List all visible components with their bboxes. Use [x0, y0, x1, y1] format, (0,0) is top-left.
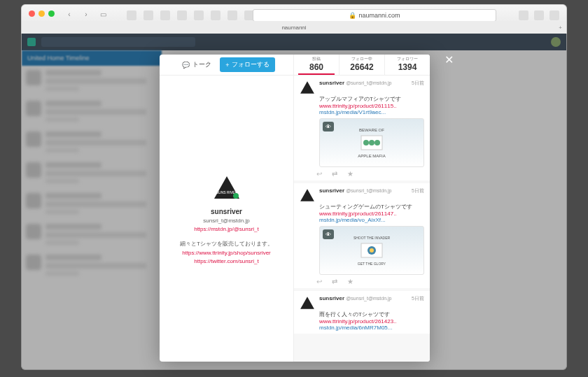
svg-marker-3: [300, 81, 314, 94]
profile-avatar: SUNS RIVER: [213, 173, 241, 201]
post-avatar[interactable]: [300, 80, 315, 95]
post-attachment[interactable]: 👁 SHOOT THE INVADER GET THE GLORY: [319, 226, 424, 275]
post-link-1[interactable]: www.ttrinity.jp/product/261147..: [319, 211, 397, 217]
post-link-2[interactable]: mstdn.jp/media/6nMR7M05...: [319, 325, 393, 331]
close-icon[interactable]: ✕: [444, 53, 454, 66]
stat-followers[interactable]: フォロワー 1394: [385, 55, 430, 75]
post-item: sunsriver @sunsri_t@mstdn.jp 5日前 シューティング…: [294, 183, 430, 288]
sensitive-icon[interactable]: 👁: [323, 229, 334, 239]
profile-twitter-link[interactable]: https://twitter.com/sunsri_t: [194, 258, 258, 264]
post-handle: @sunsri_t@mstdn.jp: [346, 296, 391, 301]
post-username[interactable]: sunsriver: [319, 80, 344, 86]
window-minimize[interactable]: [38, 10, 45, 17]
lock-icon: 🔒: [349, 12, 356, 19]
svg-marker-8: [300, 189, 314, 201]
post-item: sunsriver @sunsri_t@mstdn.jp 5日前 雨を行く人々の…: [294, 291, 430, 334]
stat-posts-count: 860: [294, 62, 339, 72]
profile-handle: sunsri_t@mstdn.jp: [203, 218, 249, 224]
svg-point-7: [374, 140, 380, 145]
favorite-icon[interactable]: ★: [347, 170, 354, 178]
stat-posts[interactable]: 投稿 860: [294, 55, 340, 75]
profile-shop-link[interactable]: https://www.ttrinity.jp/shop/sunsriver: [182, 250, 271, 256]
window-zoom[interactable]: [48, 10, 55, 17]
talk-button[interactable]: 💬 トーク: [178, 58, 216, 71]
follow-button[interactable]: + フォローする: [220, 57, 274, 72]
toolbar-icon-5[interactable]: [194, 10, 204, 20]
post-text: シューティングゲームのTシャツです: [319, 203, 424, 211]
svg-point-11: [370, 248, 374, 252]
toolbar-icon-6[interactable]: [211, 10, 220, 20]
stat-posts-label: 投稿: [294, 56, 339, 62]
post-username[interactable]: sunsriver: [319, 295, 344, 301]
stat-followers-count: 1394: [385, 62, 430, 72]
address-bar[interactable]: 🔒 naumanni.com: [253, 9, 496, 22]
favorite-icon[interactable]: ★: [347, 278, 354, 285]
profile-body: SUNS RIVER sunsriver sunsri_t@mstdn.jp h…: [160, 76, 293, 362]
profile-link[interactable]: https://mstdn.jp/@sunsri_t: [194, 226, 259, 232]
svg-point-6: [369, 140, 374, 145]
url-text: naumanni.com: [358, 12, 400, 19]
post-link-1[interactable]: www.ttrinity.jp/product/261423..: [319, 318, 397, 325]
browser-right-icons: [519, 10, 559, 20]
post-item: sunsriver @sunsri_t@mstdn.jp 5日前 アップルマフィ…: [294, 76, 430, 180]
toolbar-icon-4[interactable]: [177, 10, 187, 20]
boost-icon[interactable]: ⇄: [332, 170, 337, 178]
browser-nav: ‹ › ▭: [64, 9, 108, 19]
reply-icon[interactable]: ↩: [316, 170, 322, 178]
profile-modal: 💬 トーク + フォローする SUNS RIVER sunsriver suns…: [160, 55, 430, 362]
window-close[interactable]: [29, 10, 35, 17]
traffic-lights: [29, 10, 55, 17]
profile-username: sunsriver: [211, 208, 242, 215]
forward-button[interactable]: ›: [80, 9, 92, 19]
toolbar-icon-1[interactable]: [127, 10, 136, 20]
stat-following-label: フォロー中: [340, 56, 384, 62]
post-attachment[interactable]: 👁 BEWARE OF APPLE MAFIA: [319, 118, 424, 167]
attach-caption-bottom: GET THE GLORY: [354, 262, 390, 266]
stat-followers-label: フォロワー: [385, 56, 430, 62]
tabs-icon[interactable]: [550, 10, 559, 20]
post-avatar[interactable]: [300, 187, 315, 203]
toolbar-icon-7[interactable]: [227, 10, 237, 20]
post-actions: ↩ ⇄ ★: [316, 170, 424, 178]
download-icon[interactable]: [519, 10, 528, 20]
post-time: 5日前: [412, 80, 424, 87]
post-text: 雨を行く人々のTシャツです: [319, 311, 424, 318]
post-avatar[interactable]: [300, 295, 315, 311]
follow-label: フォローする: [232, 60, 270, 69]
toolbar-icon-3[interactable]: [160, 10, 170, 20]
post-text: アップルマフィアのTシャツです: [319, 95, 424, 103]
post-link-2[interactable]: mstdn.jp/media/vo_AixXf...: [319, 217, 386, 223]
post-time: 5日前: [412, 187, 424, 194]
post-handle: @sunsri_t@mstdn.jp: [346, 188, 391, 193]
post-link-1[interactable]: www.ttrinity.jp/product/261115..: [319, 103, 397, 109]
attach-caption-bottom: APPLE MAFIA: [358, 154, 386, 158]
toolbar-icon-2[interactable]: [144, 10, 153, 20]
profile-pane: 💬 トーク + フォローする SUNS RIVER sunsriver suns…: [160, 55, 294, 362]
svg-marker-12: [300, 297, 314, 309]
stat-following-count: 26642: [340, 62, 384, 72]
stats-row: 投稿 860 フォロー中 26642 フォロワー 1394: [294, 55, 430, 76]
plus-icon: +: [225, 62, 229, 69]
post-link-2[interactable]: mstdn.jp/media/V1rt9aec...: [319, 109, 386, 115]
post-username[interactable]: sunsriver: [319, 187, 344, 194]
boost-icon[interactable]: ⇄: [332, 278, 337, 285]
post-actions: ↩ ⇄ ★: [316, 278, 424, 285]
sensitive-icon[interactable]: 👁: [323, 122, 334, 131]
share-icon[interactable]: [534, 10, 544, 20]
chat-icon: 💬: [182, 62, 190, 69]
reply-icon[interactable]: ↩: [316, 278, 322, 285]
svg-point-2: [233, 193, 239, 199]
new-tab-button[interactable]: +: [559, 24, 562, 31]
back-button[interactable]: ‹: [64, 9, 75, 19]
tab-bar: naumanni +: [21, 21, 567, 34]
posts-list: sunsriver @sunsri_t@mstdn.jp 5日前 アップルマフィ…: [294, 76, 430, 362]
talk-label: トーク: [192, 60, 211, 69]
profile-actions: 💬 トーク + フォローする: [160, 55, 293, 76]
profile-bio: 細々とTシャツを販売しております。: [180, 240, 273, 248]
stat-following[interactable]: フォロー中 26642: [340, 55, 385, 75]
timeline-pane: 投稿 860 フォロー中 26642 フォロワー 1394 sunsriver …: [294, 55, 430, 362]
toolbar-icons: [127, 10, 254, 20]
post-time: 5日前: [412, 295, 424, 302]
tab-title[interactable]: naumanni: [281, 24, 306, 31]
sidebar-button[interactable]: ▭: [97, 9, 108, 19]
